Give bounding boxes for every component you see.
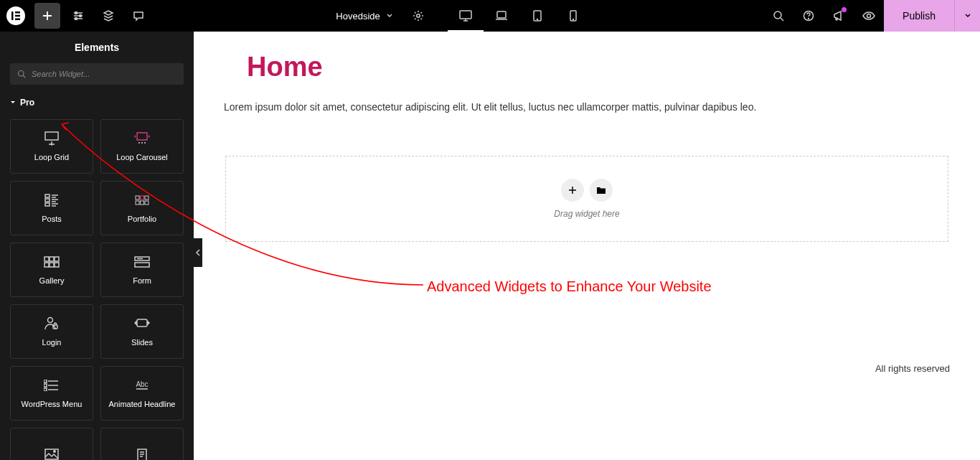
svg-point-18 (19, 71, 24, 77)
megaphone-icon (833, 10, 844, 22)
eye-icon (862, 11, 875, 21)
settings-button[interactable] (63, 0, 93, 32)
comments-button[interactable] (123, 0, 154, 32)
chevron-down-icon (964, 12, 971, 19)
widget-label: Gallery (39, 276, 65, 285)
page-title[interactable]: Home (247, 52, 950, 83)
widget-portfolio[interactable]: Portfolio (100, 181, 184, 235)
drop-folder-button[interactable] (590, 179, 613, 202)
site-settings-button[interactable] (403, 0, 433, 32)
widget-form[interactable]: Form (100, 243, 184, 297)
plus-icon (42, 10, 53, 22)
sidebar: Elements Pro Loop Grid Loop Carousel Pos… (0, 32, 194, 460)
widget-loop-grid[interactable]: Loop Grid (10, 119, 93, 174)
help-button[interactable] (793, 0, 824, 32)
structure-button[interactable] (93, 0, 123, 32)
announcements-button[interactable] (824, 0, 854, 32)
loop-carousel-icon (133, 131, 151, 146)
search-widget-box[interactable] (10, 63, 184, 85)
gear-icon (413, 10, 424, 22)
svg-point-49 (54, 451, 55, 452)
svg-point-11 (537, 19, 537, 20)
drop-add-button[interactable] (561, 179, 584, 202)
gallery-icon (44, 255, 60, 269)
help-icon (803, 10, 814, 22)
category-pro[interactable]: Pro (0, 93, 194, 112)
device-laptop-button[interactable] (484, 0, 519, 32)
widget-gallery[interactable]: Gallery (10, 243, 93, 297)
widget-login[interactable]: Login (10, 304, 93, 359)
widget-slides[interactable]: Slides (100, 304, 184, 359)
top-bar: Hovedside (0, 0, 980, 32)
add-widget-button[interactable] (34, 3, 60, 29)
widget-label: Loop Grid (34, 153, 69, 161)
tablet-icon (533, 10, 542, 22)
layers-icon (103, 10, 114, 22)
search-widget-input[interactable] (32, 70, 176, 78)
svg-text:Abc: Abc (136, 380, 148, 388)
svg-rect-42 (53, 325, 57, 329)
portfolio-icon (135, 193, 149, 207)
svg-rect-0 (11, 11, 14, 20)
svg-rect-35 (55, 257, 59, 261)
loop-grid-icon (43, 131, 60, 146)
elementor-logo-button[interactable] (0, 0, 32, 32)
svg-rect-29 (145, 196, 149, 200)
animated-headline-icon: Abc (133, 378, 151, 393)
annotation-text: Advanced Widgets to Enhance Your Website (427, 278, 712, 295)
svg-rect-26 (45, 203, 50, 206)
top-left-group (0, 0, 154, 32)
drop-text: Drag widget here (554, 209, 619, 219)
top-right-group: Publish (763, 0, 980, 32)
device-group (448, 0, 591, 32)
widget-posts[interactable]: Posts (10, 181, 93, 235)
preview-button[interactable] (854, 0, 884, 32)
category-label: Pro (20, 98, 34, 108)
svg-rect-31 (141, 201, 144, 205)
page-description[interactable]: Lorem ipsum dolor sit amet, consectetur … (224, 101, 950, 113)
widget-placeholder-1[interactable] (10, 428, 93, 460)
svg-rect-40 (135, 263, 149, 267)
device-desktop-button[interactable] (448, 0, 484, 32)
folder-icon (596, 186, 606, 194)
svg-rect-45 (44, 384, 47, 387)
login-icon (44, 316, 59, 331)
widget-animated-headline[interactable]: Abc Animated Headline (100, 366, 184, 421)
svg-rect-37 (50, 263, 54, 267)
widget-label: Posts (42, 215, 62, 223)
page-dropdown[interactable]: Hovedside (326, 0, 402, 32)
publish-button[interactable]: Publish (884, 0, 954, 32)
svg-rect-28 (141, 196, 144, 200)
widget-label: Form (133, 276, 151, 285)
sidebar-title: Elements (0, 32, 194, 63)
svg-rect-1 (15, 11, 20, 14)
chevron-left-icon (195, 249, 201, 256)
svg-point-16 (809, 19, 809, 19)
widget-wordpress-menu[interactable]: WordPress Menu (10, 366, 93, 421)
widget-icon (44, 448, 59, 460)
svg-point-22 (141, 142, 143, 144)
sidebar-collapse-tab[interactable] (194, 238, 202, 267)
svg-rect-48 (45, 449, 58, 459)
desktop-icon (459, 10, 472, 22)
device-tablet-button[interactable] (519, 0, 555, 32)
drop-zone[interactable]: Drag widget here (225, 156, 948, 242)
publish-more-button[interactable] (954, 0, 980, 32)
widget-label: Portfolio (128, 215, 156, 223)
svg-point-21 (138, 142, 140, 144)
search-button[interactable] (763, 0, 793, 32)
menu-icon (44, 378, 60, 393)
laptop-icon (495, 11, 508, 21)
svg-rect-3 (15, 19, 20, 21)
widget-icon (136, 448, 149, 460)
chevron-down-icon (386, 12, 393, 19)
search-icon (773, 10, 784, 22)
widget-label: Slides (131, 338, 153, 347)
svg-rect-27 (136, 196, 139, 200)
widget-loop-carousel[interactable]: Loop Carousel (100, 119, 184, 174)
widget-placeholder-2[interactable] (100, 428, 184, 460)
sliders-icon (72, 10, 84, 22)
canvas: Home Lorem ipsum dolor sit amet, consect… (194, 32, 980, 460)
svg-rect-34 (50, 257, 54, 261)
device-mobile-button[interactable] (555, 0, 591, 32)
